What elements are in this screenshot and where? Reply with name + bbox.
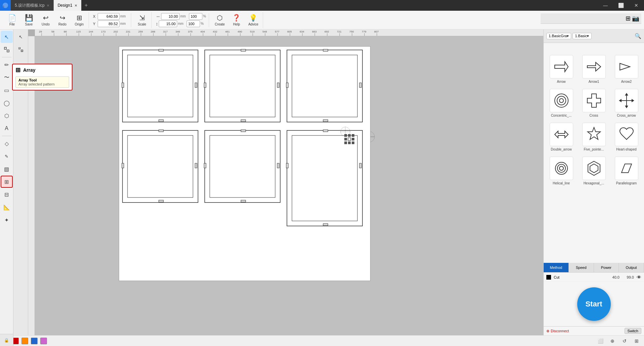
tab-output[interactable]: Output [619, 263, 644, 272]
close-button[interactable]: ✕ [629, 0, 644, 11]
array-tool[interactable]: ⊞ [1, 176, 13, 188]
layer-dropdown[interactable]: 1.BasicGra▾ [546, 33, 571, 39]
ellipse-tool[interactable]: ◯ [1, 97, 13, 109]
svg-rect-109 [344, 138, 347, 140]
shape-row-2: Concentric_... Cross [546, 89, 641, 117]
maximize-button[interactable]: ⬜ [613, 0, 629, 11]
width-icon: ↔ [156, 14, 160, 19]
width-input[interactable] [161, 13, 180, 20]
x-input[interactable] [98, 13, 119, 20]
undo-button[interactable]: ↩ Undo [38, 12, 54, 28]
redo-button[interactable]: ↪ Redo [54, 12, 70, 28]
svg-rect-74 [210, 55, 275, 117]
y-input[interactable] [98, 20, 119, 27]
disconnect-button[interactable]: ⊗ Disconnect [546, 329, 569, 333]
svg-rect-100 [323, 224, 328, 226]
width-pct-input[interactable] [189, 13, 202, 20]
rotate-tool[interactable]: ↺ [620, 336, 629, 346]
shape-parallelogram[interactable]: Parallelogram [615, 157, 638, 185]
layer-power: 99.0 [622, 275, 634, 279]
shape-hexagonal[interactable]: Hexagonal_... [582, 157, 606, 185]
transform-tool[interactable]: ⊕ [608, 336, 617, 346]
select-tool[interactable]: ↖ [1, 31, 13, 43]
shape-cross-arrow[interactable]: Cross_arrow [615, 89, 638, 117]
color-purple[interactable] [40, 338, 47, 344]
add-tab-button[interactable]: + [82, 1, 91, 10]
pen-tool[interactable]: ✏ [1, 59, 13, 71]
grid-tool[interactable]: ⊞ [632, 336, 641, 346]
shape-arrow1[interactable]: Arrow1 [582, 55, 606, 83]
advice-button[interactable]: 💡 Advice [245, 12, 261, 28]
save-icon: 💾 [25, 14, 33, 22]
array-popup: ⊞ Array Array Tool Array selected patter… [12, 64, 72, 91]
canvas-area[interactable]: 2958861151441732022312592883173463754044… [28, 30, 543, 335]
svg-rect-88 [159, 200, 163, 202]
node-edit-tool[interactable] [1, 44, 13, 56]
panel-node[interactable] [15, 44, 27, 56]
create-button[interactable]: ⬡ Create [212, 12, 228, 28]
tab-design1[interactable]: Design1 ✕ [54, 0, 82, 11]
color-orange[interactable] [21, 338, 28, 344]
curve-tool[interactable]: 〜 [1, 71, 13, 83]
polygon-tool[interactable]: ⬡ [1, 110, 13, 122]
grid-view-icon[interactable]: ⊞ [626, 15, 631, 22]
svg-text:173: 173 [101, 30, 106, 33]
rect-tool[interactable]: ▭ [1, 84, 13, 96]
measure-tool[interactable]: 📐 [1, 201, 13, 213]
layer-color-black[interactable] [546, 275, 551, 280]
svg-text:202: 202 [113, 30, 118, 33]
svg-rect-106 [344, 134, 347, 137]
svg-marker-115 [555, 62, 568, 72]
save-button[interactable]: 💾 Save [21, 12, 37, 28]
svg-rect-78 [277, 83, 279, 88]
tab-close-design1[interactable]: ✕ [75, 4, 77, 7]
pencil-tool[interactable]: ✎ [1, 150, 13, 162]
right-panel: 1.BasicGra▾ 1.Basic▾ 🔍 ⊞ 📷 [543, 30, 644, 335]
shape-concentric[interactable]: Concentric_... [550, 89, 573, 117]
shape-five-point[interactable]: Five_pointe... [582, 123, 606, 151]
star-tool[interactable]: ✦ [1, 214, 13, 226]
shape-heart[interactable]: Heart-shaped [615, 123, 638, 151]
style-dropdown[interactable]: 1.Basic▾ [573, 33, 591, 39]
tab-close-file[interactable]: ✕ [47, 4, 49, 7]
tab-file[interactable]: 5.设计图模板.lcp ✕ [11, 0, 54, 11]
lock-tool[interactable]: 🔒 [0, 334, 13, 335]
layers-tool[interactable]: ⊟ [1, 188, 13, 200]
panel-select[interactable]: ↖ [15, 31, 27, 43]
svg-text:375: 375 [188, 30, 193, 33]
divider1 [2, 57, 11, 57]
tab-speed[interactable]: Speed [569, 263, 594, 272]
shape-arrow[interactable]: Arrow [550, 55, 573, 83]
height-input[interactable] [159, 20, 177, 27]
photo-view-icon[interactable]: 📷 [632, 15, 639, 22]
origin-button[interactable]: ⊞ Origin [71, 12, 87, 28]
svg-rect-83 [286, 83, 288, 88]
height-pct-input[interactable] [187, 20, 200, 27]
svg-rect-90 [195, 163, 197, 168]
scale-button[interactable]: ⇲ Scale [134, 12, 150, 28]
switch-button[interactable]: Switch [625, 328, 641, 334]
shape-helical[interactable]: Helical_line [550, 157, 573, 185]
shape-double-arrow[interactable]: Double_arrow [550, 123, 573, 151]
file-button[interactable]: 📄 File [4, 12, 20, 28]
start-button[interactable]: Start [577, 287, 611, 321]
text-tool[interactable]: A [1, 122, 13, 134]
canvas-content[interactable] [35, 36, 543, 335]
tab-power[interactable]: Power [594, 263, 619, 272]
shape-concentric-label: Concentric_... [551, 114, 572, 117]
svg-rect-75 [241, 49, 246, 51]
height-unit: mm [178, 22, 186, 25]
fill-tool[interactable]: ▧ [1, 163, 13, 175]
erase-tool[interactable]: ◇ [1, 137, 13, 150]
help-button[interactable]: ❓ Help [229, 12, 245, 28]
color-blue[interactable] [31, 338, 38, 344]
search-icon[interactable]: 🔍 [635, 33, 641, 39]
eye-icon[interactable]: 👁 [637, 275, 641, 280]
tab-method[interactable]: Method [544, 263, 569, 272]
shape-cross[interactable]: Cross [582, 89, 606, 117]
select-rect-tool[interactable]: ⬜ [596, 336, 605, 346]
svg-rect-94 [241, 200, 246, 202]
minimize-button[interactable]: — [598, 0, 613, 11]
shape-arrow2[interactable]: Arrow2 [615, 55, 638, 83]
design-canvas[interactable] [119, 46, 370, 281]
